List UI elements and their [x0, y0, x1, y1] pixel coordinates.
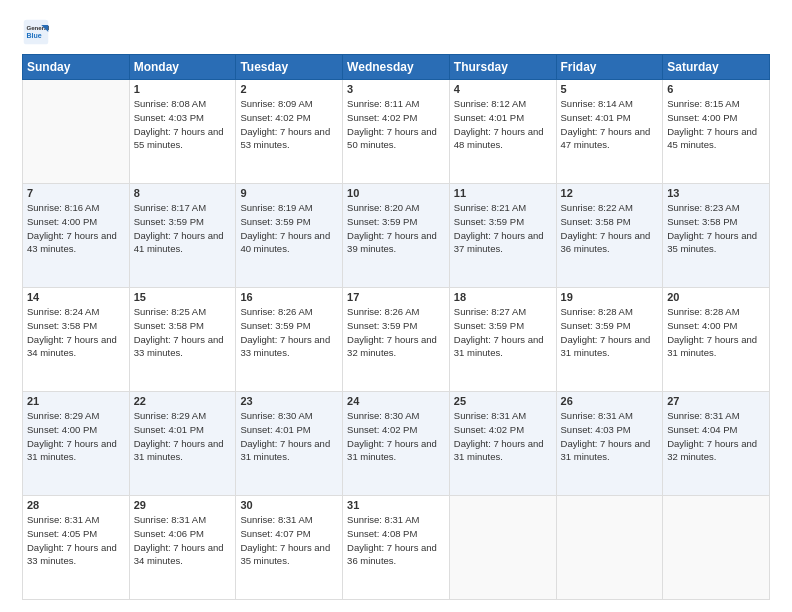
weekday-header-saturday: Saturday [663, 55, 770, 80]
cal-cell: 2Sunrise: 8:09 AMSunset: 4:02 PMDaylight… [236, 80, 343, 184]
cal-cell [23, 80, 130, 184]
weekday-header-row: SundayMondayTuesdayWednesdayThursdayFrid… [23, 55, 770, 80]
day-detail: Sunrise: 8:31 AMSunset: 4:08 PMDaylight:… [347, 513, 445, 568]
header: General Blue [22, 18, 770, 46]
weekday-header-friday: Friday [556, 55, 663, 80]
day-number: 8 [134, 187, 232, 199]
day-number: 25 [454, 395, 552, 407]
day-number: 22 [134, 395, 232, 407]
cal-cell: 15Sunrise: 8:25 AMSunset: 3:58 PMDayligh… [129, 288, 236, 392]
day-number: 19 [561, 291, 659, 303]
logo-icon: General Blue [22, 18, 50, 46]
day-detail: Sunrise: 8:30 AMSunset: 4:01 PMDaylight:… [240, 409, 338, 464]
day-detail: Sunrise: 8:14 AMSunset: 4:01 PMDaylight:… [561, 97, 659, 152]
cal-cell [449, 496, 556, 600]
cal-cell: 16Sunrise: 8:26 AMSunset: 3:59 PMDayligh… [236, 288, 343, 392]
cal-cell: 20Sunrise: 8:28 AMSunset: 4:00 PMDayligh… [663, 288, 770, 392]
day-number: 10 [347, 187, 445, 199]
day-number: 13 [667, 187, 765, 199]
logo: General Blue [22, 18, 50, 46]
day-number: 3 [347, 83, 445, 95]
week-row-3: 14Sunrise: 8:24 AMSunset: 3:58 PMDayligh… [23, 288, 770, 392]
cal-cell: 17Sunrise: 8:26 AMSunset: 3:59 PMDayligh… [343, 288, 450, 392]
day-number: 14 [27, 291, 125, 303]
cal-cell: 26Sunrise: 8:31 AMSunset: 4:03 PMDayligh… [556, 392, 663, 496]
day-number: 21 [27, 395, 125, 407]
cal-cell: 27Sunrise: 8:31 AMSunset: 4:04 PMDayligh… [663, 392, 770, 496]
day-detail: Sunrise: 8:31 AMSunset: 4:05 PMDaylight:… [27, 513, 125, 568]
calendar: SundayMondayTuesdayWednesdayThursdayFrid… [22, 54, 770, 600]
cal-cell: 24Sunrise: 8:30 AMSunset: 4:02 PMDayligh… [343, 392, 450, 496]
cal-cell: 8Sunrise: 8:17 AMSunset: 3:59 PMDaylight… [129, 184, 236, 288]
day-number: 1 [134, 83, 232, 95]
day-number: 26 [561, 395, 659, 407]
day-detail: Sunrise: 8:31 AMSunset: 4:04 PMDaylight:… [667, 409, 765, 464]
day-detail: Sunrise: 8:28 AMSunset: 4:00 PMDaylight:… [667, 305, 765, 360]
cal-cell: 14Sunrise: 8:24 AMSunset: 3:58 PMDayligh… [23, 288, 130, 392]
day-number: 20 [667, 291, 765, 303]
week-row-4: 21Sunrise: 8:29 AMSunset: 4:00 PMDayligh… [23, 392, 770, 496]
weekday-header-wednesday: Wednesday [343, 55, 450, 80]
cal-cell: 3Sunrise: 8:11 AMSunset: 4:02 PMDaylight… [343, 80, 450, 184]
day-number: 11 [454, 187, 552, 199]
day-detail: Sunrise: 8:26 AMSunset: 3:59 PMDaylight:… [240, 305, 338, 360]
day-number: 5 [561, 83, 659, 95]
day-number: 6 [667, 83, 765, 95]
cal-cell: 11Sunrise: 8:21 AMSunset: 3:59 PMDayligh… [449, 184, 556, 288]
cal-cell: 5Sunrise: 8:14 AMSunset: 4:01 PMDaylight… [556, 80, 663, 184]
day-detail: Sunrise: 8:31 AMSunset: 4:03 PMDaylight:… [561, 409, 659, 464]
cal-cell: 18Sunrise: 8:27 AMSunset: 3:59 PMDayligh… [449, 288, 556, 392]
day-number: 30 [240, 499, 338, 511]
day-number: 29 [134, 499, 232, 511]
cal-cell: 12Sunrise: 8:22 AMSunset: 3:58 PMDayligh… [556, 184, 663, 288]
cal-cell [663, 496, 770, 600]
cal-cell: 9Sunrise: 8:19 AMSunset: 3:59 PMDaylight… [236, 184, 343, 288]
cal-cell: 22Sunrise: 8:29 AMSunset: 4:01 PMDayligh… [129, 392, 236, 496]
day-detail: Sunrise: 8:31 AMSunset: 4:06 PMDaylight:… [134, 513, 232, 568]
day-number: 9 [240, 187, 338, 199]
day-number: 27 [667, 395, 765, 407]
cal-cell: 19Sunrise: 8:28 AMSunset: 3:59 PMDayligh… [556, 288, 663, 392]
week-row-5: 28Sunrise: 8:31 AMSunset: 4:05 PMDayligh… [23, 496, 770, 600]
day-detail: Sunrise: 8:26 AMSunset: 3:59 PMDaylight:… [347, 305, 445, 360]
day-detail: Sunrise: 8:09 AMSunset: 4:02 PMDaylight:… [240, 97, 338, 152]
day-detail: Sunrise: 8:29 AMSunset: 4:00 PMDaylight:… [27, 409, 125, 464]
day-detail: Sunrise: 8:15 AMSunset: 4:00 PMDaylight:… [667, 97, 765, 152]
day-number: 2 [240, 83, 338, 95]
page: General Blue SundayMondayTuesdayWednesda… [0, 0, 792, 612]
day-detail: Sunrise: 8:21 AMSunset: 3:59 PMDaylight:… [454, 201, 552, 256]
day-detail: Sunrise: 8:27 AMSunset: 3:59 PMDaylight:… [454, 305, 552, 360]
cal-cell [556, 496, 663, 600]
cal-cell: 7Sunrise: 8:16 AMSunset: 4:00 PMDaylight… [23, 184, 130, 288]
weekday-header-tuesday: Tuesday [236, 55, 343, 80]
weekday-header-thursday: Thursday [449, 55, 556, 80]
day-detail: Sunrise: 8:31 AMSunset: 4:07 PMDaylight:… [240, 513, 338, 568]
day-number: 7 [27, 187, 125, 199]
cal-cell: 13Sunrise: 8:23 AMSunset: 3:58 PMDayligh… [663, 184, 770, 288]
day-number: 28 [27, 499, 125, 511]
day-number: 12 [561, 187, 659, 199]
day-number: 15 [134, 291, 232, 303]
day-detail: Sunrise: 8:17 AMSunset: 3:59 PMDaylight:… [134, 201, 232, 256]
svg-text:Blue: Blue [26, 32, 41, 39]
day-detail: Sunrise: 8:19 AMSunset: 3:59 PMDaylight:… [240, 201, 338, 256]
cal-cell: 6Sunrise: 8:15 AMSunset: 4:00 PMDaylight… [663, 80, 770, 184]
day-number: 17 [347, 291, 445, 303]
day-detail: Sunrise: 8:25 AMSunset: 3:58 PMDaylight:… [134, 305, 232, 360]
weekday-header-monday: Monday [129, 55, 236, 80]
cal-cell: 10Sunrise: 8:20 AMSunset: 3:59 PMDayligh… [343, 184, 450, 288]
day-number: 16 [240, 291, 338, 303]
day-number: 23 [240, 395, 338, 407]
cal-cell: 23Sunrise: 8:30 AMSunset: 4:01 PMDayligh… [236, 392, 343, 496]
day-detail: Sunrise: 8:30 AMSunset: 4:02 PMDaylight:… [347, 409, 445, 464]
cal-cell: 31Sunrise: 8:31 AMSunset: 4:08 PMDayligh… [343, 496, 450, 600]
cal-cell: 30Sunrise: 8:31 AMSunset: 4:07 PMDayligh… [236, 496, 343, 600]
day-number: 4 [454, 83, 552, 95]
week-row-2: 7Sunrise: 8:16 AMSunset: 4:00 PMDaylight… [23, 184, 770, 288]
day-detail: Sunrise: 8:20 AMSunset: 3:59 PMDaylight:… [347, 201, 445, 256]
cal-cell: 28Sunrise: 8:31 AMSunset: 4:05 PMDayligh… [23, 496, 130, 600]
cal-cell: 4Sunrise: 8:12 AMSunset: 4:01 PMDaylight… [449, 80, 556, 184]
cal-cell: 25Sunrise: 8:31 AMSunset: 4:02 PMDayligh… [449, 392, 556, 496]
day-number: 31 [347, 499, 445, 511]
day-detail: Sunrise: 8:22 AMSunset: 3:58 PMDaylight:… [561, 201, 659, 256]
